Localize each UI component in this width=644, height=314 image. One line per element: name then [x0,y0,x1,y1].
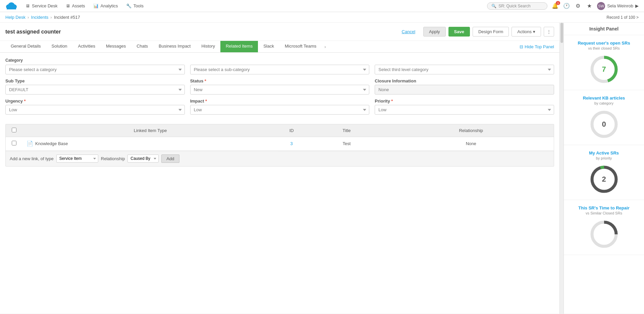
analytics-icon: 📊 [93,3,99,8]
nav-right: 🔍 SR: Quick Search 🔔 1 🕐 ⚙ ★ SW Sela Wei… [487,2,639,10]
donut-chart-kb-articles: 0 [589,109,619,139]
table-row: 📄 Knowledge Base 3 Test None [6,137,554,151]
tab-business-impact[interactable]: Business Impact [153,41,196,52]
monitor-icon: 🖥 [25,3,30,8]
tab-history[interactable]: History [196,41,220,52]
tab-solution[interactable]: Solution [46,41,73,52]
status-label: Status * [190,78,370,83]
subtype-select[interactable]: DEFAULT [5,85,185,95]
settings-button[interactable]: ⚙ [574,2,582,10]
select-all-checkbox[interactable] [12,128,16,132]
breadcrumb-sep-2: › [50,15,52,20]
star-button[interactable]: ★ [586,2,593,10]
add-link-type-select[interactable]: Service ItemKnowledge BaseIncident [56,154,98,163]
add-link-label: Add a new link, of type [10,156,54,161]
tab-slack[interactable]: Slack [258,41,279,52]
actions-button[interactable]: Actions ▾ [512,27,541,37]
nav-items: 🖥 Service Desk 🖥 Assets 📊 Analytics 🔧 To… [25,3,479,8]
table-body: 📄 Knowledge Base 3 Test None [6,137,554,151]
avatar: SW [597,2,605,10]
design-form-button[interactable]: Design Form [473,27,509,37]
subcategory-select[interactable]: Please select a sub-category [190,65,370,74]
breadcrumb-current: Incident #517 [54,15,80,20]
closure-group: Closure Information [375,78,554,95]
impact-select[interactable]: Low [190,105,370,115]
main-scrollbar[interactable] [559,23,564,314]
insight-item-active-srs: My Active SRs by priority 2 [564,145,644,200]
category-label: Category [5,58,554,63]
svg-rect-3 [7,7,16,9]
linked-item-type: Knowledge Base [35,141,68,146]
priority-group: Priority * Low [375,99,554,115]
status-group: Status * New [190,78,370,95]
save-button[interactable]: Save [448,27,470,37]
insight-sublabel-time-repair: vs Similar Closed SRs [568,211,640,215]
impact-label: Impact * [190,99,370,104]
col-relationship: Relationship [388,124,554,137]
tab-chats[interactable]: Chats [131,41,153,52]
logo[interactable] [5,0,17,12]
more-button[interactable]: ⋮ [544,27,554,37]
breadcrumb-incidents[interactable]: Incidents [31,15,48,20]
urgency-group: Urgency * Low [5,99,185,115]
col-linked-item-type: Linked Item Type [22,124,278,137]
donut-chart-active-srs: 2 [589,164,619,194]
closure-input[interactable] [375,85,554,95]
user-menu[interactable]: SW Sela Weinrob ▶ [597,2,639,10]
subtype-group: Sub Type DEFAULT [5,78,185,95]
urgency-select[interactable]: Low [5,105,185,115]
donut-chart-open-srs: 7 [589,54,619,84]
insight-sublabel-active-srs: by priority [568,156,640,160]
page-title: test assigned counter [5,29,396,35]
insight-label-active-srs: My Active SRs [568,150,640,155]
main-wrapper: test assigned counter Cancel Apply Save … [0,23,644,314]
status-select[interactable]: New [190,85,370,95]
donut-time-repair [568,219,640,249]
cloud-logo-icon [5,1,17,11]
add-link-button[interactable]: Add [161,154,179,163]
hide-top-panel-button[interactable]: ⊟ Hide Top Panel [517,42,557,51]
subcategory-group: Please select a sub-category [190,65,370,74]
add-link-bar: Add a new link, of type Service ItemKnow… [6,151,554,166]
row-checkbox[interactable] [12,141,16,145]
breadcrumb-help-desk[interactable]: Help Desk [5,15,25,20]
nav-tools[interactable]: 🔧 Tools [126,3,144,8]
urgency-label: Urgency * [5,99,185,104]
tab-activities[interactable]: Activities [73,41,101,52]
linked-item-id: 3 [278,137,305,151]
notifications-button[interactable]: 🔔 1 [551,2,559,10]
tab-related-items[interactable]: Related Items [220,41,258,52]
tab-messages[interactable]: Messages [101,41,131,52]
col-id: ID [278,124,305,137]
cancel-button[interactable]: Cancel [396,27,421,36]
tab-microsoft-teams[interactable]: Microsoft Teams [279,41,322,52]
third-level-select[interactable]: Select third level category [375,65,554,74]
donut-open-srs: 7 [568,54,640,84]
quick-search[interactable]: 🔍 SR: Quick Search [487,2,547,10]
linked-table-wrapper: Linked Item Type ID Title Relationship 📄… [6,124,554,151]
left-panel: test assigned counter Cancel Apply Save … [0,23,559,314]
nav-analytics[interactable]: 📊 Analytics [93,3,118,8]
nav-assets[interactable]: 🖥 Assets [66,3,85,8]
chevron-right-icon: ▶ [635,3,639,8]
breadcrumb: Help Desk › Incidents › Incident #517 Re… [0,12,644,23]
insight-item-kb-articles: Relevant KB articles by category 0 [564,90,644,145]
nav-service-desk[interactable]: 🖥 Service Desk [25,3,58,8]
apply-button[interactable]: Apply [423,27,446,37]
urgency-impact-row: Urgency * Low Impact * Low Priority * Lo… [5,99,554,115]
category-select[interactable]: Please select a category [5,65,185,74]
subtype-label: Sub Type [5,78,185,83]
linked-items-table: Linked Item Type ID Title Relationship 📄… [6,124,554,151]
category-group: Please select a category [5,65,185,74]
clock-button[interactable]: 🕐 [563,2,570,10]
linked-items-section: Linked Item Type ID Title Relationship 📄… [5,124,554,167]
tab-general-details[interactable]: General Details [5,41,46,52]
third-level-group: Select third level category [375,65,554,74]
priority-label: Priority * [375,99,554,104]
kb-icon: 📄 [26,140,33,147]
tabs-more-icon[interactable]: › [323,42,327,52]
donut-active-srs: 2 [568,164,640,194]
priority-select[interactable]: Low [375,105,554,115]
add-link-relationship-select[interactable]: Caused ByRelated ToDuplicate [127,154,159,163]
impact-group: Impact * Low [190,99,370,115]
